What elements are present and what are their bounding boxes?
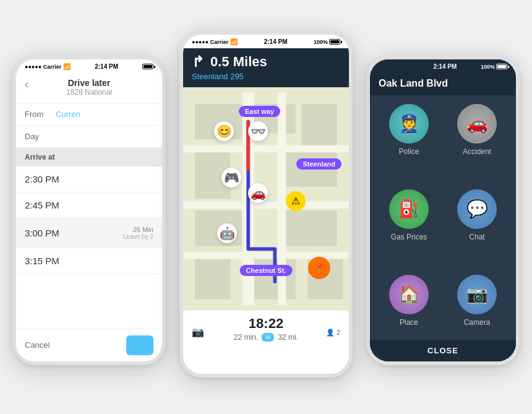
drive-later-title: Drive later	[16, 78, 162, 88]
chat-emoji: 💬	[466, 199, 488, 219]
orange-pin: 📍	[308, 257, 330, 279]
east-way-label: East way	[239, 106, 280, 117]
battery-center: 100%	[314, 39, 340, 45]
map-emoji-3: 🎮	[221, 168, 241, 188]
person-icon: 👤	[326, 329, 335, 337]
battery-icon-center	[329, 39, 340, 45]
gas-emoji: ⛽	[398, 199, 420, 219]
time-230: 2:30 PM	[25, 174, 59, 184]
svg-rect-7	[284, 210, 337, 246]
time-300: 3:00 PM	[25, 228, 59, 238]
carrier-dots-left: ●●●●● Carrier	[25, 64, 61, 70]
status-bar-right: 2:14 PM 100%	[370, 59, 516, 73]
time-315: 3:15 PM	[25, 256, 59, 266]
back-arrow-icon[interactable]: ‹	[25, 78, 28, 91]
left-footer: Cancel	[16, 329, 162, 361]
gas-label: Gas Prices	[391, 233, 427, 241]
place-emoji: 🏠	[398, 284, 420, 304]
report-gas[interactable]: ⛽ Gas Prices	[379, 189, 439, 267]
camera-icon-footer[interactable]: 📷	[192, 326, 204, 338]
battery-right: 100%	[481, 64, 507, 70]
chat-icon-circle: 💬	[457, 189, 497, 229]
time-row-315[interactable]: 3:15 PM	[16, 248, 162, 274]
day-label: Day	[25, 132, 56, 141]
battery-pct-right: 100%	[481, 64, 495, 70]
left-form: From Curren Day	[16, 103, 162, 148]
phone-center: ●●●●● Carrier 📶 2:14 PM 100% ↱ 0.5 Miles…	[179, 31, 353, 377]
cancel-button[interactable]: Cancel	[25, 340, 49, 350]
status-bar-left: ●●●●● Carrier 📶 2:14 PM	[16, 59, 162, 73]
accident-icon-circle: 🚗	[457, 104, 497, 144]
time-row-230[interactable]: 2:30 PM	[16, 166, 162, 192]
svg-rect-3	[301, 103, 337, 145]
report-chat[interactable]: 💬 Chat	[447, 189, 507, 267]
wifi-icon-center: 📶	[230, 38, 238, 45]
steenland-label: Steenland	[296, 158, 341, 170]
report-accident[interactable]: 🚗 Accident	[447, 104, 507, 182]
warning-icon: ⚠	[286, 191, 306, 211]
battery-icon-left	[142, 64, 153, 69]
accident-label: Accident	[463, 147, 491, 156]
day-row[interactable]: Day	[16, 126, 162, 148]
accident-emoji: 🚗	[466, 113, 488, 134]
time-right: 2:14 PM	[434, 63, 457, 70]
status-bar-center: ●●●●● Carrier 📶 2:14 PM 100%	[183, 35, 349, 48]
turn-icon: ↱	[192, 53, 204, 71]
confirm-button[interactable]	[126, 335, 153, 355]
battery-pct-center: 100%	[314, 39, 328, 45]
drive-later-subtitle: 1828 National	[16, 88, 162, 97]
svg-rect-13	[183, 201, 349, 208]
police-emoji: 👮	[398, 113, 420, 134]
duration-value: 26 Min	[123, 226, 153, 233]
time-row-300[interactable]: 3:00 PM 26 Min Leave by 2	[16, 218, 162, 248]
chestnut-label: Chestnut St.	[240, 265, 293, 276]
wifi-icon-left: 📶	[63, 63, 71, 70]
nav-time: 18:22	[192, 316, 340, 332]
from-value: Curren	[56, 110, 80, 119]
nav-footer: 18:22 22 min. W 32 mi. 📷 👤 2	[183, 310, 349, 347]
leave-info: Leave by 2	[123, 233, 153, 240]
left-header: ‹ Drive later 1828 National	[16, 73, 162, 103]
nav-distance: ↱ 0.5 Miles	[192, 53, 340, 71]
carrier-dots-center: ●●●●● Carrier	[192, 39, 228, 45]
close-bar[interactable]: CLOSE	[370, 340, 516, 361]
passenger-count: 2	[337, 329, 340, 336]
place-icon-circle: 🏠	[389, 275, 429, 314]
camera-label: Camera	[464, 318, 491, 327]
phone-left: ●●●●● Carrier 📶 2:14 PM ‹ Drive later 18…	[12, 56, 166, 365]
chat-label: Chat	[469, 233, 484, 241]
passengers: 👤 2	[326, 329, 340, 337]
nav-distance-footer: 32 mi.	[278, 333, 298, 342]
police-label: Police	[399, 147, 419, 156]
from-label: From	[25, 110, 56, 119]
report-police[interactable]: 👮 Police	[379, 104, 439, 182]
time-center: 2:14 PM	[264, 38, 288, 45]
gas-icon-circle: ⛽	[389, 189, 429, 229]
from-row[interactable]: From Curren	[16, 103, 162, 126]
map-emoji-2: 👓	[248, 121, 268, 141]
duration-300: 26 Min Leave by 2	[123, 226, 153, 240]
svg-rect-8	[195, 257, 230, 299]
map-area[interactable]: East way Steenland Chestnut St. 😊 👓 🎮 🤖 …	[183, 87, 349, 310]
reports-grid: 👮 Police 🚗 Accident ⛽ Gas Prices	[370, 95, 516, 361]
svg-rect-12	[183, 145, 349, 152]
right-phone-content: 2:14 PM 100% Oak Land Blvd 👮	[370, 59, 516, 361]
time-row-245[interactable]: 2:45 PM	[16, 192, 162, 218]
police-icon-circle: 👮	[389, 104, 429, 144]
nav-header: ↱ 0.5 Miles Steenland 295	[183, 48, 349, 87]
phones-container: ●●●●● Carrier 📶 2:14 PM ‹ Drive later 18…	[12, 12, 520, 402]
camera-icon-circle: 📷	[457, 275, 497, 314]
battery-left	[142, 64, 153, 69]
distance-value: 0.5 Miles	[210, 54, 267, 70]
time-245: 2:45 PM	[25, 200, 59, 210]
nav-duration: 22 min.	[234, 333, 258, 342]
time-left: 2:14 PM	[95, 63, 118, 70]
map-emoji-1: 😊	[214, 121, 234, 141]
phone-right: 2:14 PM 100% Oak Land Blvd 👮	[366, 56, 520, 365]
battery-icon-right	[496, 64, 507, 69]
right-header: Oak Land Blvd	[370, 73, 516, 95]
right-street: Oak Land Blvd	[379, 78, 507, 89]
nav-street: Steenland 295	[192, 72, 340, 81]
place-label: Place	[400, 318, 418, 327]
camera-emoji: 📷	[466, 284, 488, 304]
